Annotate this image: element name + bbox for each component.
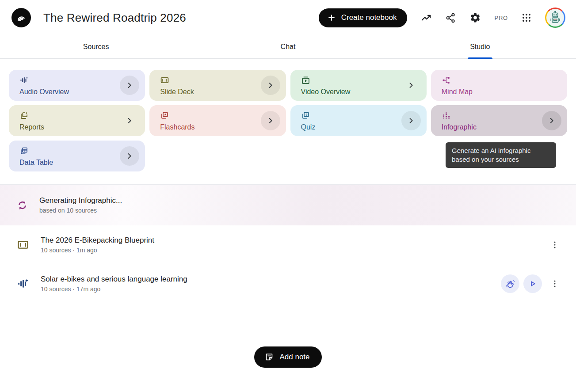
tab-studio[interactable]: Studio	[384, 35, 576, 58]
footer: Add note	[0, 346, 576, 368]
card-reports[interactable]: Reports	[9, 105, 145, 136]
card-slide-deck[interactable]: Slide Deck	[149, 70, 286, 101]
studio-outputs-list: Generating Infographic... based on 10 so…	[0, 185, 576, 303]
card-mind-map[interactable]: Mind Map	[431, 70, 567, 101]
tooltip-line-2: based on your sources	[452, 155, 550, 164]
create-notebook-button[interactable]: Create notebook	[319, 8, 408, 27]
share-icon[interactable]	[445, 12, 456, 23]
output-title: Solar e-bikes and serious language learn…	[41, 275, 187, 284]
tab-sources[interactable]: Sources	[0, 35, 192, 58]
kebab-menu-icon[interactable]	[546, 236, 564, 254]
slide-deck-icon	[17, 239, 29, 251]
audio-waveform-icon	[19, 76, 29, 85]
audio-waveform-icon	[17, 278, 29, 290]
reports-icon	[19, 111, 29, 120]
chevron-right-icon[interactable]	[542, 111, 561, 130]
chevron-right-icon[interactable]	[401, 111, 421, 130]
infographic-tooltip: Generate an AI infographic based on your…	[446, 142, 556, 168]
analytics-trending-up-icon[interactable]	[420, 12, 432, 23]
app-header: The Rewired Roadtrip 2026 Create noteboo…	[0, 0, 576, 35]
card-data-table[interactable]: Data Table	[9, 141, 145, 171]
output-row-audio-overview[interactable]: Solar e-bikes and serious language learn…	[0, 264, 576, 303]
plus-icon	[327, 13, 336, 23]
output-title: Generating Infographic...	[39, 196, 122, 205]
output-subtitle: 10 sources · 1m ago	[41, 247, 154, 254]
chevron-right-icon[interactable]	[401, 76, 421, 95]
output-subtitle: 10 sources · 17m ago	[41, 285, 187, 293]
card-flashcards[interactable]: Flashcards	[149, 105, 286, 136]
chevron-right-icon[interactable]	[120, 111, 139, 130]
tab-chat[interactable]: Chat	[192, 35, 384, 58]
card-video-overview[interactable]: Video Overview	[290, 70, 427, 101]
settings-gear-icon[interactable]	[469, 12, 481, 23]
user-avatar[interactable]	[545, 8, 565, 28]
chevron-right-icon[interactable]	[261, 111, 280, 130]
infographic-bars-icon	[442, 111, 451, 120]
flashcards-icon	[160, 111, 169, 120]
create-notebook-label: Create notebook	[341, 13, 397, 22]
note-icon	[264, 352, 274, 362]
sync-progress-icon	[17, 200, 28, 211]
add-note-button[interactable]: Add note	[254, 346, 321, 368]
pro-badge: PRO	[494, 15, 508, 21]
avatar-robot-image	[546, 9, 564, 27]
card-audio-overview[interactable]: Audio Overview	[9, 70, 145, 101]
output-row-generating-infographic[interactable]: Generating Infographic... based on 10 so…	[0, 185, 576, 225]
apps-grid-icon[interactable]	[521, 12, 532, 23]
card-infographic[interactable]: Infographic	[431, 105, 567, 136]
output-title: The 2026 E-Bikepacking Blueprint	[41, 236, 154, 245]
kebab-menu-icon[interactable]	[546, 275, 564, 293]
interactive-mode-hand-icon[interactable]	[501, 274, 519, 293]
notebooklm-logo[interactable]	[11, 8, 31, 27]
output-row-slide-deck[interactable]: The 2026 E-Bikepacking Blueprint 10 sour…	[0, 225, 576, 264]
slide-deck-icon	[160, 76, 169, 85]
card-quiz[interactable]: Quiz	[290, 105, 427, 136]
chevron-right-icon[interactable]	[120, 76, 139, 95]
add-note-label: Add note	[279, 353, 309, 362]
video-overview-icon	[301, 76, 310, 85]
tooltip-line-1: Generate an AI infographic	[452, 146, 550, 155]
notebook-title[interactable]: The Rewired Roadtrip 2026	[43, 11, 186, 25]
mind-map-icon	[442, 76, 451, 85]
chevron-right-icon[interactable]	[261, 76, 280, 95]
output-subtitle: based on 10 sources	[39, 207, 122, 214]
play-button[interactable]	[523, 274, 542, 293]
chevron-right-icon[interactable]	[120, 146, 139, 166]
panel-tabs: Sources Chat Studio	[0, 35, 576, 59]
data-table-icon	[19, 146, 29, 156]
quiz-icon	[301, 111, 310, 120]
